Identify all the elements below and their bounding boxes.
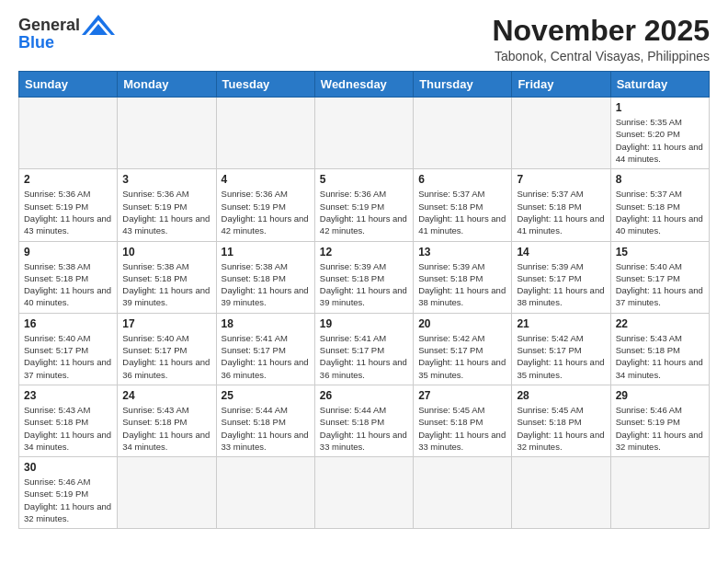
day-number: 25 [222,389,310,402]
day-info: Sunrise: 5:46 AMSunset: 5:19 PMDaylight:… [616,404,704,453]
table-row: 28Sunrise: 5:45 AMSunset: 5:18 PMDayligh… [512,385,610,456]
day-info: Sunrise: 5:39 AMSunset: 5:17 PMDaylight:… [517,260,605,309]
day-number: 17 [122,317,210,330]
day-info: Sunrise: 5:43 AMSunset: 5:18 PMDaylight:… [122,404,210,453]
title-area: November 2025 Tabonok, Central Visayas, … [492,15,710,63]
table-row: 27Sunrise: 5:45 AMSunset: 5:18 PMDayligh… [414,385,512,456]
weekday-header-row: Sunday Monday Tuesday Wednesday Thursday… [19,72,710,98]
table-row [314,457,413,529]
table-row [216,98,314,169]
day-number: 9 [24,246,112,259]
calendar-row-2: 2Sunrise: 5:36 AMSunset: 5:19 PMDaylight… [19,169,710,241]
day-number: 10 [122,246,210,259]
day-number: 19 [320,317,408,330]
day-number: 29 [616,389,704,402]
table-row: 6Sunrise: 5:37 AMSunset: 5:18 PMDaylight… [414,169,512,241]
header-wednesday: Wednesday [314,72,413,98]
day-info: Sunrise: 5:40 AMSunset: 5:17 PMDaylight:… [616,260,704,309]
day-number: 26 [320,389,408,402]
day-info: Sunrise: 5:42 AMSunset: 5:17 PMDaylight:… [517,332,605,381]
day-info: Sunrise: 5:45 AMSunset: 5:18 PMDaylight:… [517,404,605,453]
day-info: Sunrise: 5:39 AMSunset: 5:18 PMDaylight:… [418,260,506,309]
table-row: 1Sunrise: 5:35 AMSunset: 5:20 PMDaylight… [610,98,709,169]
table-row: 15Sunrise: 5:40 AMSunset: 5:17 PMDayligh… [610,241,709,313]
table-row [118,457,216,529]
table-row: 13Sunrise: 5:39 AMSunset: 5:18 PMDayligh… [414,241,512,313]
table-row: 11Sunrise: 5:38 AMSunset: 5:18 PMDayligh… [216,241,314,313]
header-tuesday: Tuesday [216,72,314,98]
calendar-row-4: 16Sunrise: 5:40 AMSunset: 5:17 PMDayligh… [19,313,710,385]
day-info: Sunrise: 5:35 AMSunset: 5:20 PMDaylight:… [616,116,704,165]
calendar-row-5: 23Sunrise: 5:43 AMSunset: 5:18 PMDayligh… [19,385,710,456]
table-row: 30Sunrise: 5:46 AMSunset: 5:19 PMDayligh… [19,457,118,529]
day-number: 5 [320,173,408,186]
day-number: 7 [517,173,605,186]
table-row [414,98,512,169]
logo-icon [82,15,115,35]
table-row [118,98,216,169]
table-row: 14Sunrise: 5:39 AMSunset: 5:17 PMDayligh… [512,241,610,313]
table-row [314,98,413,169]
day-info: Sunrise: 5:38 AMSunset: 5:18 PMDaylight:… [222,260,310,309]
day-number: 30 [24,461,112,474]
table-row: 9Sunrise: 5:38 AMSunset: 5:18 PMDaylight… [19,241,118,313]
table-row: 21Sunrise: 5:42 AMSunset: 5:17 PMDayligh… [512,313,610,385]
day-number: 4 [222,173,310,186]
day-number: 22 [616,317,704,330]
day-info: Sunrise: 5:37 AMSunset: 5:18 PMDaylight:… [418,188,506,236]
day-info: Sunrise: 5:38 AMSunset: 5:18 PMDaylight:… [24,260,112,309]
day-info: Sunrise: 5:41 AMSunset: 5:17 PMDaylight:… [320,332,408,381]
logo: General Blue [18,15,115,52]
day-number: 20 [418,317,506,330]
table-row [414,457,512,529]
day-number: 13 [418,246,506,259]
day-info: Sunrise: 5:43 AMSunset: 5:18 PMDaylight:… [616,332,704,381]
table-row: 16Sunrise: 5:40 AMSunset: 5:17 PMDayligh… [19,313,118,385]
day-info: Sunrise: 5:45 AMSunset: 5:18 PMDaylight:… [418,404,506,453]
table-row: 3Sunrise: 5:36 AMSunset: 5:19 PMDaylight… [118,169,216,241]
day-number: 14 [517,246,605,259]
calendar-row-3: 9Sunrise: 5:38 AMSunset: 5:18 PMDaylight… [19,241,710,313]
day-info: Sunrise: 5:40 AMSunset: 5:17 PMDaylight:… [24,332,112,381]
day-number: 2 [24,173,112,186]
table-row: 29Sunrise: 5:46 AMSunset: 5:19 PMDayligh… [610,385,709,456]
day-info: Sunrise: 5:37 AMSunset: 5:18 PMDaylight:… [517,188,605,236]
table-row [19,98,118,169]
day-number: 27 [418,389,506,402]
day-info: Sunrise: 5:40 AMSunset: 5:17 PMDaylight:… [122,332,210,381]
calendar-row-6: 30Sunrise: 5:46 AMSunset: 5:19 PMDayligh… [19,457,710,529]
day-number: 24 [122,389,210,402]
month-title: November 2025 [492,15,710,47]
table-row: 19Sunrise: 5:41 AMSunset: 5:17 PMDayligh… [314,313,413,385]
header-monday: Monday [118,72,216,98]
day-info: Sunrise: 5:36 AMSunset: 5:19 PMDaylight:… [24,188,112,236]
subtitle: Tabonok, Central Visayas, Philippines [492,49,710,63]
day-info: Sunrise: 5:39 AMSunset: 5:18 PMDaylight:… [320,260,408,309]
table-row [512,98,610,169]
header-thursday: Thursday [414,72,512,98]
day-info: Sunrise: 5:37 AMSunset: 5:18 PMDaylight:… [616,188,704,236]
table-row: 17Sunrise: 5:40 AMSunset: 5:17 PMDayligh… [118,313,216,385]
day-info: Sunrise: 5:44 AMSunset: 5:18 PMDaylight:… [320,404,408,453]
table-row: 18Sunrise: 5:41 AMSunset: 5:17 PMDayligh… [216,313,314,385]
table-row: 8Sunrise: 5:37 AMSunset: 5:18 PMDaylight… [610,169,709,241]
day-number: 28 [517,389,605,402]
day-number: 18 [222,317,310,330]
day-info: Sunrise: 5:36 AMSunset: 5:19 PMDaylight:… [122,188,210,236]
header: General Blue November 2025 Tabonok, Cent… [18,15,710,63]
table-row: 2Sunrise: 5:36 AMSunset: 5:19 PMDaylight… [19,169,118,241]
day-number: 8 [616,173,704,186]
table-row: 24Sunrise: 5:43 AMSunset: 5:18 PMDayligh… [118,385,216,456]
table-row [610,457,709,529]
day-info: Sunrise: 5:36 AMSunset: 5:19 PMDaylight:… [320,188,408,236]
day-number: 12 [320,246,408,259]
day-info: Sunrise: 5:43 AMSunset: 5:18 PMDaylight:… [24,404,112,453]
day-number: 6 [418,173,506,186]
day-number: 1 [616,101,704,114]
day-info: Sunrise: 5:44 AMSunset: 5:18 PMDaylight:… [222,404,310,453]
calendar: Sunday Monday Tuesday Wednesday Thursday… [18,71,710,529]
table-row: 20Sunrise: 5:42 AMSunset: 5:17 PMDayligh… [414,313,512,385]
header-saturday: Saturday [610,72,709,98]
calendar-row-1: 1Sunrise: 5:35 AMSunset: 5:20 PMDaylight… [19,98,710,169]
table-row: 25Sunrise: 5:44 AMSunset: 5:18 PMDayligh… [216,385,314,456]
